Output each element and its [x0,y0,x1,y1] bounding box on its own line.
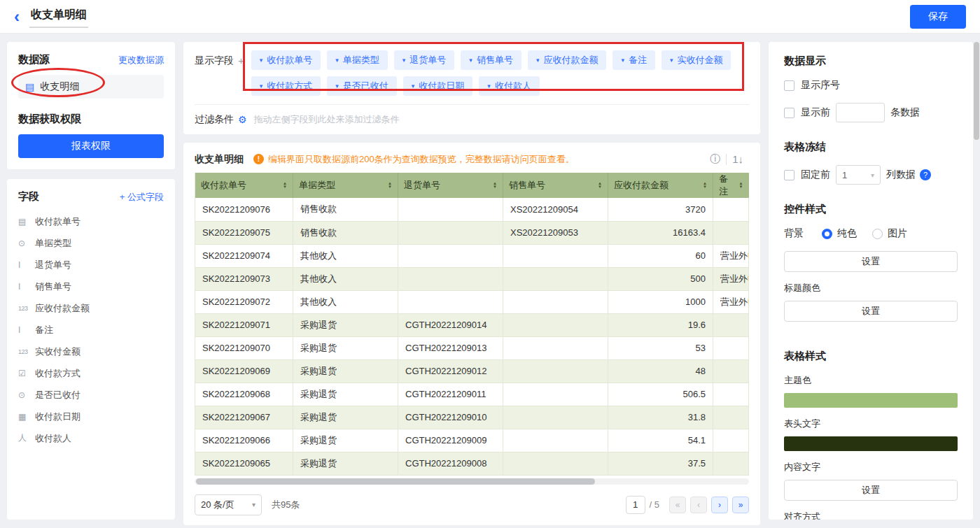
page-size-select[interactable]: 20 条/页 ▾ [195,494,262,515]
field-item[interactable]: I退货单号 [18,254,164,276]
solid-radio[interactable] [822,229,832,239]
vertical-scrollbar[interactable] [974,42,979,140]
column-header[interactable]: 应收付款金额▲▼ [608,173,713,198]
field-item[interactable]: 人收付款人 [18,427,164,449]
field-item[interactable]: ☑收付款方式 [18,362,164,384]
display-field-tag[interactable]: ▾收付款日期 [403,76,473,96]
tag-label: 收付款日期 [419,80,464,92]
first-page-button[interactable]: « [669,497,686,513]
field-item[interactable]: ⊙单据类型 [18,232,164,254]
number-icon: 123 [18,305,35,312]
scrollbar-thumb[interactable] [196,478,595,485]
table-row[interactable]: SK20221209074其他收入60营业外收入 [195,244,749,267]
report-permission-button[interactable]: 报表权限 [18,134,164,158]
display-field-tag[interactable]: ▾备注 [612,50,655,70]
filter-placeholder[interactable]: 拖动左侧字段到此处来添加过滤条件 [254,113,400,126]
prev-page-button[interactable]: ‹ [690,497,707,513]
total-pages: / 5 [650,499,659,510]
image-label: 图片 [888,227,907,240]
show-first-checkbox[interactable] [784,108,794,118]
table-panel: 收支单明细 ! 编辑界面只取数据源前200条作为查询数据预览，完整数据请访问页面… [183,143,760,525]
tag-label: 实收付金额 [677,54,722,66]
display-field-tag[interactable]: ▾单据类型 [327,50,388,70]
freeze-checkbox[interactable] [784,170,794,180]
back-icon[interactable]: ‹ [14,8,20,25]
display-field-tag[interactable]: ▾收付款人 [479,76,540,96]
table-style-title: 表格样式 [784,350,958,363]
display-field-tag[interactable]: ▾收付款单号 [251,50,321,70]
display-field-tag[interactable]: ▾收付款方式 [251,76,321,96]
table-row[interactable]: SK20221209075销售收款XS2022120905316163.4 [195,221,749,244]
sort-icon[interactable]: ▲▼ [739,182,743,189]
current-page-input[interactable]: 1 [626,496,645,514]
table-row[interactable]: SK20221209072其他收入1000营业外收入 [195,290,749,313]
last-page-button[interactable]: » [732,497,749,513]
table-cell: SK20221209069 [195,359,293,383]
display-field-tag[interactable]: ▾应收付款金额 [528,50,607,70]
table-row[interactable]: SK20221209067采购退货CGTH2022120901031.8 [195,406,749,429]
table-cell [503,452,608,475]
table-row[interactable]: SK20221209068采购退货CGTH20221209011506.5 [195,383,749,406]
table-cell: CGTH20221209009 [398,429,503,452]
header-text-swatch[interactable] [784,436,958,451]
gear-icon[interactable]: ⚙ [238,114,247,125]
display-field-tag[interactable]: ▾实收付金额 [662,50,732,70]
save-button[interactable]: 保存 [910,5,966,29]
table-row[interactable]: SK20221209073其他收入500营业外收入 [195,267,749,290]
checkbox-icon: ☑ [18,369,35,378]
table-row[interactable]: SK20221209070采购退货CGTH2022120901353 [195,336,749,359]
next-page-button[interactable]: › [711,497,728,513]
field-item[interactable]: 123应收付款金额 [18,297,164,319]
title-color-set-button[interactable]: 设置 [784,301,958,322]
table-cell: SK20221209070 [195,336,293,359]
table-cell [713,406,749,429]
table-cell: 采购退货 [293,406,398,429]
show-first-input[interactable] [836,103,885,122]
field-label: 收付款人 [35,432,71,445]
content-text-set-button[interactable]: 设置 [784,480,958,501]
help-icon[interactable]: ? [920,169,931,180]
freeze-count-select[interactable]: 1 ▾ [836,165,881,185]
add-field-icon[interactable]: + [238,50,244,66]
formula-field-link[interactable]: + 公式字段 [120,191,164,204]
field-item[interactable]: I销售单号 [18,276,164,297]
sort-icon[interactable]: ▲▼ [703,182,707,189]
sort-icon[interactable]: ▲▼ [493,182,497,189]
background-set-button[interactable]: 设置 [784,251,958,272]
field-item[interactable]: ▦收付款日期 [18,406,164,427]
table-row[interactable]: SK20221209076销售收款XS202212090543720 [195,198,749,221]
field-item[interactable]: ▤收付款单号 [18,211,164,232]
table-row[interactable]: SK20221209071采购退货CGTH2022120901419.6 [195,313,749,336]
image-radio[interactable] [872,229,883,239]
display-field-tag[interactable]: ▾退货单号 [394,50,455,70]
table-row[interactable]: SK20221209065采购退货CGTH2022120900837.5 [195,452,749,475]
field-item[interactable]: 123实收付金额 [18,341,164,362]
sort-icon[interactable]: ▲▼ [598,182,602,189]
table-cell: 采购退货 [293,383,398,406]
info-icon[interactable]: ⓘ [704,152,726,166]
table-cell [398,290,503,313]
radio-icon: ⊙ [18,238,35,248]
horizontal-scrollbar[interactable] [195,478,749,485]
datasource-item[interactable]: ▤ 收支明细 [18,75,164,99]
theme-color-swatch[interactable] [784,393,958,408]
sort-icon[interactable]: ▲▼ [388,182,392,189]
caret-down-icon: ▾ [335,57,339,64]
table-row[interactable]: SK20221209066采购退货CGTH2022120900954.1 [195,429,749,452]
sort-icon[interactable]: ▲▼ [283,182,287,189]
column-header[interactable]: 收付款单号▲▼ [195,173,293,198]
change-datasource-link[interactable]: 更改数据源 [118,54,164,66]
field-item[interactable]: I备注 [18,319,164,341]
display-field-tag[interactable]: ▾是否已收付 [327,76,397,96]
display-field-tag[interactable]: ▾销售单号 [461,50,522,70]
table-cell: 54.1 [608,429,713,452]
table-row[interactable]: SK20221209069采购退货CGTH2022120901248 [195,359,749,383]
field-item[interactable]: ⊙是否已收付 [18,384,164,406]
show-index-checkbox[interactable] [784,80,794,91]
column-header[interactable]: 销售单号▲▼ [503,173,608,198]
fields-panel: 字段 + 公式字段 ▤收付款单号⊙单据类型I退货单号I销售单号123应收付款金额… [7,179,175,520]
sort-order-icon[interactable]: 1↓ [727,153,749,165]
column-header[interactable]: 单据类型▲▼ [293,173,398,198]
column-header[interactable]: 备注▲▼ [713,173,749,198]
column-header[interactable]: 退货单号▲▼ [398,173,503,198]
